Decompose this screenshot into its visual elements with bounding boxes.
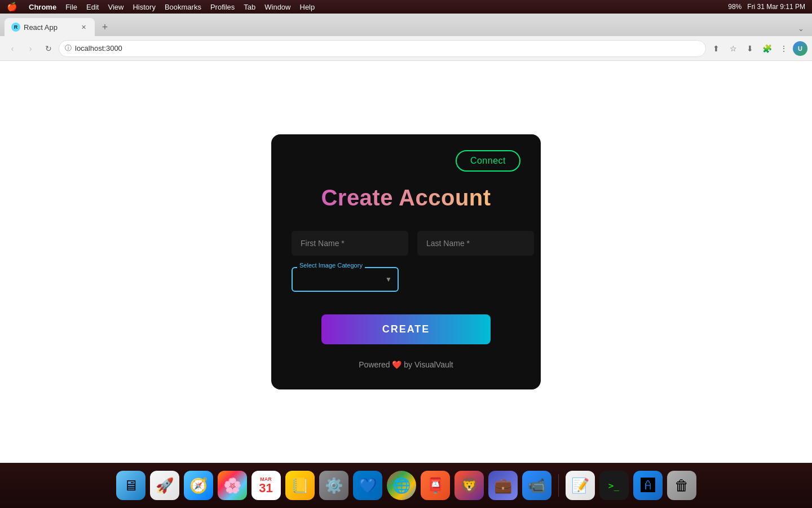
dock-item-chrome[interactable]: 🌐 xyxy=(387,471,416,500)
forward-button[interactable]: › xyxy=(23,41,38,56)
menu-window[interactable]: Window xyxy=(264,3,290,11)
menu-bar: 🍎 Chrome File Edit View History Bookmark… xyxy=(0,0,812,14)
dock-item-terminal[interactable]: >_ xyxy=(599,471,629,500)
share-button[interactable]: ⬆ xyxy=(708,41,724,56)
tab-title: React App xyxy=(24,23,58,32)
calendar-day: 31 xyxy=(259,482,272,494)
menu-view[interactable]: View xyxy=(108,3,123,11)
create-button[interactable]: CREATE xyxy=(321,314,491,344)
dock-item-notes[interactable]: 📒 xyxy=(285,471,315,500)
battery-indicator: 98% xyxy=(728,3,742,11)
dock-item-photos[interactable]: 🌸 xyxy=(218,471,247,500)
browser-tab[interactable]: R React App ✕ xyxy=(5,18,95,36)
security-icon: ⓘ xyxy=(65,43,72,53)
menu-chrome[interactable]: Chrome xyxy=(29,3,56,11)
dock-item-settings[interactable]: ⚙️ xyxy=(319,471,348,500)
browser-content: Connect Create Account Select Image Cate… xyxy=(0,61,812,463)
dock-item-appstore[interactable]: 🅰 xyxy=(633,471,663,500)
connect-button[interactable]: Connect xyxy=(456,150,520,172)
first-name-input[interactable] xyxy=(292,231,408,256)
back-button[interactable]: ‹ xyxy=(5,41,20,56)
connect-button-wrapper: Connect xyxy=(292,150,520,172)
menu-file[interactable]: File xyxy=(65,3,77,11)
dock-divider xyxy=(558,474,559,497)
bookmark-button[interactable]: ☆ xyxy=(725,41,741,56)
menu-edit[interactable]: Edit xyxy=(86,3,99,11)
select-label: Select Image Category xyxy=(297,262,365,269)
create-account-card: Connect Create Account Select Image Cate… xyxy=(271,134,541,389)
toolbar-right-controls: ⬆ ☆ ⬇ 🧩 ⋮ U xyxy=(708,41,807,56)
dock-item-calendar[interactable]: MAR 31 xyxy=(251,471,281,500)
tab-favicon: R xyxy=(11,23,20,32)
page-title: Create Account xyxy=(292,185,520,211)
dock-item-launchpad[interactable]: 🚀 xyxy=(150,471,179,500)
menu-bar-right: 98% Fri 31 Mar 9:11 PM xyxy=(728,3,805,11)
image-category-wrapper: Select Image Category ▼ xyxy=(292,267,399,292)
dock-item-trash[interactable]: 🗑 xyxy=(667,471,696,500)
tab-list-button[interactable]: ⌄ xyxy=(794,21,807,35)
profile-avatar[interactable]: U xyxy=(793,41,807,56)
dock-item-finder[interactable]: 🖥 xyxy=(116,471,145,500)
menu-help[interactable]: Help xyxy=(300,3,315,11)
tab-bar: R React App ✕ + ⌄ xyxy=(0,14,812,36)
name-fields-row xyxy=(292,231,520,256)
browser-toolbar: ‹ › ↻ ⓘ localhost:3000 ⬆ ☆ ⬇ 🧩 ⋮ U xyxy=(0,36,812,61)
menu-bookmarks[interactable]: Bookmarks xyxy=(165,3,201,11)
address-bar[interactable]: ⓘ localhost:3000 xyxy=(59,40,706,57)
datetime-display: Fri 31 Mar 9:11 PM xyxy=(747,3,805,11)
dock-item-brave[interactable]: 🦁 xyxy=(454,471,484,500)
address-text: localhost:3000 xyxy=(75,44,122,52)
last-name-input[interactable] xyxy=(417,231,534,256)
footer-text: Powered ❤️ by VisualVault xyxy=(292,360,520,369)
new-tab-button[interactable]: + xyxy=(97,19,113,35)
menu-history[interactable]: History xyxy=(133,3,155,11)
menu-tab[interactable]: Tab xyxy=(244,3,255,11)
dock-item-teams[interactable]: 💼 xyxy=(488,471,518,500)
extensions-button[interactable]: 🧩 xyxy=(759,41,775,56)
dock-item-vscode[interactable]: 💙 xyxy=(353,471,382,500)
dock-item-texteditor[interactable]: 📝 xyxy=(566,471,595,500)
menu-profiles[interactable]: Profiles xyxy=(210,3,235,11)
downloads-icon[interactable]: ⬇ xyxy=(742,41,758,56)
dock-item-safari[interactable]: 🧭 xyxy=(184,471,213,500)
tab-close-button[interactable]: ✕ xyxy=(79,23,88,32)
dock-item-postman[interactable]: 📮 xyxy=(421,471,450,500)
dock-item-zoom[interactable]: 📹 xyxy=(522,471,551,500)
dock: 🖥 🚀 🧭 🌸 MAR 31 📒 ⚙️ 💙 🌐 📮 🦁 💼 📹 📝 >_ 🅰 🗑 xyxy=(0,463,812,508)
more-button[interactable]: ⋮ xyxy=(776,41,792,56)
reload-button[interactable]: ↻ xyxy=(41,41,56,56)
image-category-select[interactable] xyxy=(292,267,399,292)
apple-menu[interactable]: 🍎 xyxy=(7,2,17,12)
